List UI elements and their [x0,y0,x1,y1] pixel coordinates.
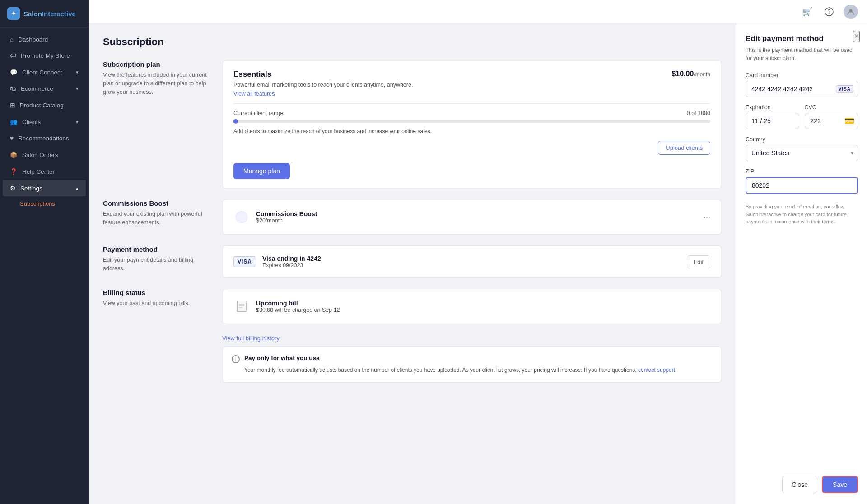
edit-payment-button[interactable]: Edit [687,255,710,268]
sidebar-subitem-subscriptions[interactable]: Subscriptions [0,197,89,211]
expiration-label: Expiration [746,104,799,111]
sidebar-item-promote-my-store[interactable]: 🏷 Promote My Store [3,48,86,64]
section-meta-commissions: Commissions Boost Expand your existing p… [103,199,211,227]
chevron-down-icon: ▾ [76,86,79,92]
sidebar-item-client-connect[interactable]: 💬 Client Connect ▾ [3,64,86,80]
commissions-menu-button[interactable]: ··· [704,213,710,222]
payment-card: VISA Visa ending in 4242 Expires 09/2023… [222,245,722,278]
visa-badge: VISA [836,85,853,93]
section-title-billing: Billing status [103,289,211,296]
rocket-icon: 🚀 [233,209,250,225]
sidebar-item-salon-orders[interactable]: 📦 Salon Orders [3,147,86,163]
section-title-commissions: Commissions Boost [103,199,211,207]
panel-disclaimer: By providing your card information, you … [746,203,858,226]
commissions-boost-section: Commissions Boost Expand your existing p… [103,199,722,235]
client-range-header: Current client range 0 of 1000 [233,110,710,116]
visa-logo: VISA [233,256,256,267]
chevron-up-icon: ▴ [76,185,79,191]
card-number-label: Card number [746,72,858,79]
sidebar-item-label: Product Catalog [20,102,64,109]
topbar: 🛒 ? [89,0,867,23]
commissions-card: 🚀 Commissions Boost $20/month ··· [222,199,722,235]
sidebar-item-dashboard[interactable]: ⌂ Dashboard [3,32,86,47]
section-desc-billing: View your past and upcoming bills. [103,299,211,308]
billing-item: Upcoming bill $30.00 will be charged on … [233,298,710,314]
sidebar-item-ecommerce[interactable]: 🛍 Ecommerce ▾ [3,81,86,97]
cvc-field: CVC 💳 [805,104,858,129]
pay-only-desc: Your monthly fee automatically adjusts b… [232,366,712,374]
zip-field: ZIP [746,168,858,194]
subscription-plan-section: Subscription plan View the features incl… [103,60,722,189]
user-avatar[interactable] [844,5,858,19]
upload-clients-button[interactable]: Upload clients [658,141,710,155]
svg-point-3 [236,211,247,223]
sidebar-item-label: Recommendations [18,135,69,142]
close-panel-button[interactable]: × [853,31,860,42]
progress-dot [233,119,238,124]
billing-content: Upcoming bill $30.00 will be charged on … [222,289,722,383]
pay-only-header: i Pay only for what you use [232,355,712,363]
svg-text:?: ? [828,9,831,15]
expiration-input[interactable] [746,113,799,129]
zip-label: ZIP [746,168,858,175]
help-icon: ❓ [10,168,18,175]
section-title-payment: Payment method [103,245,211,253]
view-all-features-link[interactable]: View all features [233,91,275,97]
gear-icon: ⚙ [10,185,16,192]
save-button[interactable]: Save [822,476,858,493]
country-label: Country [746,136,858,143]
close-button[interactable]: Close [782,476,817,493]
sidebar-item-product-catalog[interactable]: ⊞ Product Catalog [3,97,86,113]
payment-item: VISA Visa ending in 4242 Expires 09/2023… [233,255,710,268]
shopping-icon: 🛍 [10,85,16,92]
commission-name: Commissions Boost [256,210,317,217]
card-name: Visa ending in 4242 [262,255,321,262]
sidebar-item-settings[interactable]: ⚙ Settings ▴ [3,180,86,196]
cvc-input-wrapper: 💳 [805,113,858,129]
sidebar-item-clients[interactable]: 👥 Clients ▾ [3,114,86,130]
info-icon: i [232,355,240,363]
plan-header: Essentials $10.00/month [233,70,710,79]
app-name: SalonInteractive [23,10,76,18]
manage-plan-button[interactable]: Manage plan [233,163,290,179]
message-icon: 💬 [10,69,18,76]
sidebar-item-recommendations[interactable]: ♥ Recommendations [3,130,86,146]
sidebar-item-label: Help Center [22,168,55,175]
country-field: Country United States Canada United King… [746,136,858,161]
client-range-note: Add clients to maximize the reach of you… [233,128,710,134]
client-range-progress [233,120,710,123]
panel-footer: Close Save [746,465,858,493]
view-billing-history-link[interactable]: View full billing history [222,335,722,342]
cart-icon[interactable]: 🛒 [800,5,815,19]
svg-rect-5 [237,301,246,312]
country-select[interactable]: United States Canada United Kingdom Aust… [746,145,858,161]
cvc-label: CVC [805,104,858,111]
app-logo[interactable]: ✦ SalonInteractive [0,0,89,28]
zip-input[interactable] [746,177,858,194]
client-range-label: Current client range [233,110,283,116]
section-meta-billing: Billing status View your past and upcomi… [103,289,211,308]
main-content: Subscription Subscription plan View the … [89,23,736,504]
logo-icon: ✦ [7,7,20,20]
users-icon: 👥 [10,118,18,125]
card-expires: Expires 09/2023 [262,262,321,268]
tag-icon: 🏷 [10,52,16,59]
section-title-plan: Subscription plan [103,60,211,68]
grid-icon: ⊞ [10,102,15,109]
help-circle-icon[interactable]: ? [822,5,836,19]
section-desc-plan: View the features included in your curre… [103,71,211,96]
package-icon: 📦 [10,151,18,158]
commission-price: $20/month [256,217,317,224]
plan-name: Essentials [233,70,271,79]
sidebar-item-label: Client Connect [22,69,62,76]
bill-name: Upcoming bill [256,300,340,307]
heart-icon: ♥ [10,135,14,142]
card-number-input-wrapper: VISA [746,81,858,97]
contact-support-link[interactable]: contact support. [638,367,676,373]
client-range-footer: Add clients to maximize the reach of you… [233,128,710,155]
billing-status-section: Billing status View your past and upcomi… [103,289,722,383]
document-icon [233,298,250,314]
section-meta-payment: Payment method Edit your payment details… [103,245,211,273]
billing-info: Upcoming bill $30.00 will be charged on … [256,300,340,313]
sidebar-item-help-center[interactable]: ❓ Help Center [3,163,86,180]
